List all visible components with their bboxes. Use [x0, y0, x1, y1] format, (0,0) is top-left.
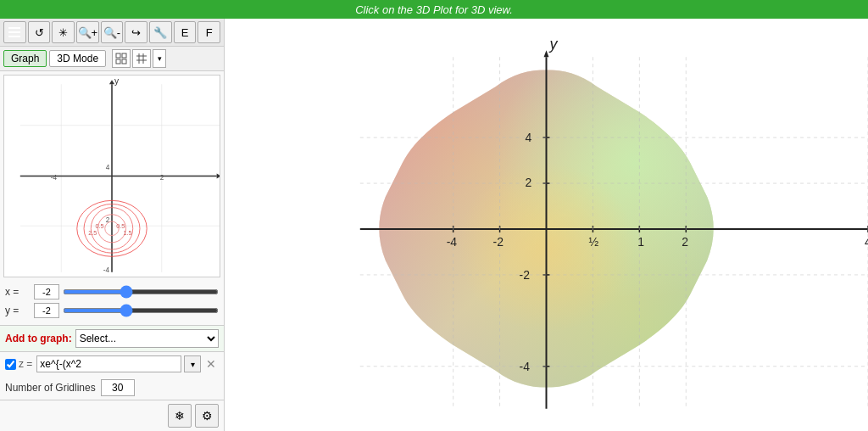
e-label: E — [181, 26, 189, 39]
snowflake-button[interactable]: ❄ — [168, 404, 192, 428]
grid-btn-2[interactable] — [132, 49, 151, 68]
svg-rect-1 — [122, 53, 126, 58]
svg-text:2: 2 — [526, 176, 532, 189]
svg-text:2: 2 — [682, 235, 688, 249]
zoom-out-icon: 🔍- — [103, 26, 120, 39]
x-slider-label: x = — [5, 286, 31, 298]
equation-checkbox[interactable] — [5, 359, 16, 370]
add-graph-row: Add to graph: Select... New Graph Graph … — [0, 325, 224, 352]
equation-expand-button[interactable]: ▾ — [184, 355, 201, 372]
refresh-icon: ↺ — [35, 26, 44, 39]
gear-settings-button[interactable]: ⚙ — [195, 404, 219, 428]
y-slider-row: y = — [5, 303, 219, 318]
left-panel: ↺ ✳ 🔍+ 🔍- ↪ 🔧 E F — [0, 19, 225, 431]
menu-button[interactable] — [3, 21, 26, 43]
svg-text:2: 2 — [160, 174, 164, 182]
svg-text:-4: -4 — [51, 174, 58, 182]
top-bar: Click on the 3D Plot for 3D view. — [0, 0, 868, 19]
equation-input[interactable] — [36, 355, 181, 372]
x-value-input[interactable] — [34, 284, 59, 299]
svg-text:-4: -4 — [103, 266, 110, 274]
wrench-icon: 🔧 — [153, 26, 167, 39]
hamburger-icon — [8, 27, 20, 37]
e-button[interactable]: E — [174, 21, 197, 43]
x-slider-row: x = — [5, 284, 219, 299]
svg-text:0.5: 0.5 — [95, 222, 103, 230]
add-to-graph-select[interactable]: Select... New Graph Graph 1 — [75, 329, 219, 348]
sliders-area: x = y = — [0, 281, 224, 325]
gear-icon: ⚙ — [202, 409, 213, 423]
svg-text:-2: -2 — [493, 235, 504, 249]
asterisk-button[interactable]: ✳ — [52, 21, 75, 43]
zoom-out-button[interactable]: 🔍- — [101, 21, 124, 43]
svg-text:1: 1 — [637, 235, 644, 249]
svg-rect-0 — [116, 53, 120, 58]
graph-tab[interactable]: Graph — [3, 50, 47, 67]
3d-plot-svg: x y -4 -2 ½ 1 2 4 4 2 -2 -4 — [225, 19, 868, 431]
y-slider-label: y = — [5, 305, 31, 316]
grid-icon-1 — [115, 53, 127, 64]
refresh-button[interactable]: ↺ — [28, 21, 51, 43]
asterisk-icon: ✳ — [58, 26, 68, 39]
equation-close-button[interactable]: ✕ — [203, 355, 219, 372]
grid-icon-2 — [136, 53, 147, 64]
equation-row: z = ▾ ✕ — [0, 352, 224, 376]
toolbar: ↺ ✳ 🔍+ 🔍- ↪ 🔧 E F — [0, 19, 224, 47]
gridlines-label: Number of Gridlines — [5, 382, 96, 394]
svg-text:-4: -4 — [447, 235, 458, 249]
y-value-input[interactable] — [34, 303, 59, 318]
svg-rect-3 — [122, 59, 126, 64]
tab-row: Graph 3D Mode — [0, 47, 224, 71]
grid-btn-1[interactable] — [112, 49, 131, 68]
f-button[interactable]: F — [198, 21, 220, 43]
z-label: z = — [19, 358, 32, 370]
mini-graph[interactable]: x y 4 2 -4 -4 2 2.5 0.5 1.5 0.5 — [3, 75, 220, 277]
undo-icon: ↪ — [131, 26, 141, 39]
svg-text:½: ½ — [588, 235, 598, 249]
undo-button[interactable]: ↪ — [125, 21, 147, 43]
top-bar-message: Click on the 3D Plot for 3D view. — [355, 3, 513, 16]
y-slider[interactable] — [63, 308, 219, 313]
mini-graph-svg: x y 4 2 -4 -4 2 2.5 0.5 1.5 0.5 — [4, 76, 220, 277]
zoom-in-icon: 🔍+ — [78, 26, 98, 39]
svg-text:4: 4 — [865, 235, 868, 249]
y-axis-label: y — [548, 36, 558, 53]
snowflake-icon: ❄ — [175, 409, 185, 423]
svg-text:4: 4 — [106, 164, 110, 171]
settings-button[interactable]: 🔧 — [149, 21, 172, 43]
svg-rect-2 — [116, 59, 120, 64]
x-slider[interactable] — [63, 289, 219, 294]
svg-marker-41 — [544, 50, 549, 57]
gridlines-input[interactable] — [101, 379, 135, 396]
add-to-graph-label: Add to graph: — [5, 333, 72, 344]
3d-mode-tab[interactable]: 3D Mode — [49, 50, 106, 67]
f-label: F — [206, 26, 213, 39]
grid-dropdown[interactable]: ▾ — [153, 49, 166, 68]
zoom-in-button[interactable]: 🔍+ — [76, 21, 99, 43]
plot-area[interactable]: x y -4 -2 ½ 1 2 4 4 2 -2 -4 — [225, 19, 868, 431]
svg-text:0.5: 0.5 — [116, 222, 125, 230]
svg-text:y: y — [114, 76, 120, 86]
gridlines-row: Number of Gridlines — [0, 376, 224, 400]
bottom-icons: ❄ ⚙ — [0, 400, 224, 431]
